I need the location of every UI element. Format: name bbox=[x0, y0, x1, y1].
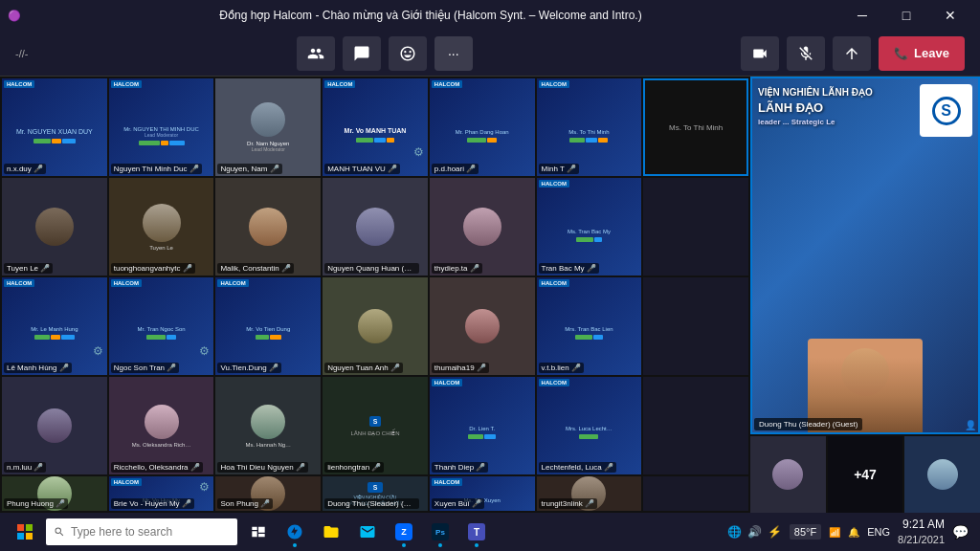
halcom-logo: HALCOM bbox=[111, 80, 142, 88]
participant-name-nguyenNam: Nguyen, Nam 🎤 bbox=[217, 164, 281, 174]
thumbnail-1[interactable] bbox=[750, 436, 826, 513]
video-cell-tuyenLe[interactable]: Tuyen Le 🎤 bbox=[2, 178, 107, 276]
toolbar-right: 📞 Leave bbox=[741, 36, 965, 71]
thumbnail-plus-count[interactable]: +47 bbox=[828, 436, 903, 513]
date-display: 8/21/2021 bbox=[898, 533, 945, 547]
video-cell-thydiep[interactable]: thydiep.ta 🎤 bbox=[430, 178, 535, 276]
camera-button[interactable] bbox=[741, 36, 779, 71]
svg-rect-2 bbox=[17, 533, 24, 540]
video-cell-malik[interactable]: Malik, Constantin 🎤 bbox=[215, 178, 321, 276]
video-cell-brieVo[interactable]: HALCOM Mr. Vo Huy My ⚙ Brie Vo - Huyen M… bbox=[109, 476, 214, 511]
participant-name-phungHuong: Phung Huong 🎤 bbox=[4, 498, 68, 509]
video-cell-tuong[interactable]: Tuyen Le tuonghoangvanhytc 🎤 bbox=[109, 178, 214, 276]
video-cell-luca[interactable]: HALCOM Mrs. Luca Lecht… Lechtenfeld, Luc… bbox=[537, 377, 642, 474]
video-cell-placeholder3 bbox=[643, 277, 748, 375]
close-button[interactable]: ✕ bbox=[928, 0, 972, 31]
video-cell-xuyenBui[interactable]: HALCOM Ms. Thi Xuyen Xuyen Bui 🎤 bbox=[430, 476, 535, 511]
taskbar-apps: Z Ps T bbox=[241, 513, 494, 551]
taskview-button[interactable] bbox=[241, 513, 276, 551]
featured-name-label: Duong Thu (Sleader) (Guest) bbox=[754, 418, 862, 430]
participant-name-tuyenLe: Tuyen Le 🎤 bbox=[4, 263, 53, 274]
video-cell-hoaThiDieu[interactable]: Ms. Hannah Ng… Hoa Thi Dieu Nguyen 🎤 bbox=[215, 377, 321, 474]
halcom-logo: HALCOM bbox=[539, 80, 569, 88]
teams-logo-small: 🟣 bbox=[8, 10, 21, 22]
language-indicator[interactable]: ENG bbox=[867, 526, 890, 538]
participant-name-ngocSon: Ngoc Son Tran 🎤 bbox=[111, 363, 180, 373]
video-cell-nguyenTuanAnh[interactable]: Nguyen Tuan Anh 🎤 bbox=[323, 277, 428, 375]
mail-button[interactable] bbox=[350, 513, 385, 551]
app-active-dot bbox=[402, 543, 406, 547]
video-cell-placeholder4 bbox=[643, 377, 748, 474]
video-cell-sonPhung[interactable]: Son Phung 🎤 bbox=[215, 476, 321, 511]
start-button[interactable] bbox=[4, 513, 46, 551]
mute-button[interactable] bbox=[787, 36, 825, 71]
participant-name-brieVo: Brie Vo - Huyen My 🎤 bbox=[111, 498, 194, 509]
video-cell-ricchello[interactable]: Ms. Oleksandra Rich… Ricchello, Oleksand… bbox=[109, 377, 214, 474]
app-active-dot bbox=[438, 543, 442, 547]
video-cell-minhT[interactable]: HALCOM Ms. To Thi Minh Minh T 🎤 bbox=[537, 78, 642, 176]
notification-icon[interactable]: 💬 bbox=[952, 524, 969, 540]
zalo-button[interactable]: Z bbox=[387, 513, 421, 551]
participant-name-luca: Lechtenfeld, Luca 🎤 bbox=[539, 462, 616, 473]
video-cell-lienhong[interactable]: S LÃNH ĐẠO CHIẾN lienhongtran 🎤 bbox=[323, 377, 428, 474]
halcom-logo: HALCOM bbox=[432, 478, 462, 486]
video-cell-pdhoari[interactable]: HALCOM Mr. Phan Dang Hoan p.d.hoari 🎤 bbox=[430, 78, 535, 176]
more-options-button[interactable]: ··· bbox=[434, 36, 473, 71]
main-content: HALCOM Mr. NGUYEN XUAN DUY n.x.duy 🎤 HAL… bbox=[0, 77, 980, 513]
battery-icon[interactable]: ⚡ bbox=[768, 525, 782, 539]
taskbar-right: 🌐 🔊 ⚡ 85°F 📶 🔔 ENG 9:21 AM 8/21/2021 💬 bbox=[727, 517, 976, 547]
video-cell-nmluu[interactable]: n.m.luu 🎤 bbox=[2, 377, 107, 474]
explorer-button[interactable] bbox=[314, 513, 348, 551]
halcom-logo: HALCOM bbox=[4, 80, 34, 88]
mail-icon bbox=[359, 523, 376, 540]
video-cell-nguyenNam[interactable]: Dr. Nam Nguyen Lead Moderator Nguyen, Na… bbox=[215, 78, 321, 176]
zalo-icon: Z bbox=[395, 523, 412, 540]
video-cell-empty1: Ms. To Thi Minh bbox=[643, 78, 748, 176]
reactions-button[interactable] bbox=[389, 36, 427, 71]
volume-icon[interactable]: 🔊 bbox=[747, 525, 762, 539]
participant-name-duongThu2: Duong Thu (Sleader) (Gu… 🎤 bbox=[324, 498, 419, 509]
video-cell-vtblien[interactable]: HALCOM Mrs. Tran Bac Lien v.t.b.lien 🎤 bbox=[537, 277, 642, 375]
participant-name-manhTuanVu: MANH TUAN VU 🎤 bbox=[324, 164, 400, 174]
thumbnail-3[interactable] bbox=[904, 436, 980, 513]
video-cell-nxduy[interactable]: HALCOM Mr. NGUYEN XUAN DUY n.x.duy 🎤 bbox=[2, 78, 107, 176]
teams-button[interactable]: T bbox=[459, 513, 494, 551]
participant-name-thanhDiep: Thanh Diep 🎤 bbox=[432, 462, 489, 473]
network-icon[interactable]: 🌐 bbox=[727, 525, 742, 539]
chat-button[interactable] bbox=[343, 36, 381, 71]
halcom-logo: HALCOM bbox=[111, 279, 142, 287]
time-display: 9:21 AM bbox=[898, 517, 945, 533]
video-cell-nguyenHuan[interactable]: Nguyen Quang Huan (… 🎤 bbox=[323, 178, 428, 276]
teams-icon: T bbox=[468, 523, 485, 540]
search-input[interactable] bbox=[71, 525, 224, 539]
video-cell-phungHuong[interactable]: Phung Huong 🎤 bbox=[2, 476, 107, 511]
halcom-logo: HALCOM bbox=[432, 379, 462, 386]
video-cell-leManhHung[interactable]: HALCOM Mr. Le Manh Hung ⚙ Lê Manh Hùng 🎤 bbox=[2, 277, 107, 375]
featured-video[interactable]: S VIỆN NGHIÊN LÃNH ĐẠO LÃNH ĐẠO leader .… bbox=[750, 77, 980, 434]
video-cell-manhTuanVu[interactable]: HALCOM Mr. Vo MANH TUAN ⚙ MANH TUAN VU 🎤 bbox=[323, 78, 428, 176]
video-cell-ngocSon[interactable]: HALCOM Mr. Tran Ngoc Son ⚙ Ngoc Son Tran… bbox=[109, 277, 214, 375]
maximize-button[interactable]: □ bbox=[884, 0, 928, 31]
video-cell-vuTienDung[interactable]: HALCOM Mr. Vo Tien Dung Vu.Tien.Dung 🎤 bbox=[215, 277, 321, 375]
clock[interactable]: 9:21 AM 8/21/2021 bbox=[898, 517, 945, 547]
edge-button[interactable] bbox=[278, 513, 312, 551]
participants-button[interactable] bbox=[297, 36, 335, 71]
video-cell-thumaiha[interactable]: thumaiha19 🎤 bbox=[430, 277, 535, 375]
video-cell-placeholder2 bbox=[643, 178, 748, 276]
participant-name-xuyenBui: Xuyen Bui 🎤 bbox=[432, 498, 484, 509]
photoshop-button[interactable]: Ps bbox=[423, 513, 457, 551]
video-cell-thanhDiep[interactable]: HALCOM Dr. Lien T. Thanh Diep 🎤 bbox=[430, 377, 535, 474]
app-active-dot bbox=[293, 543, 297, 547]
share-button[interactable] bbox=[833, 36, 871, 71]
participant-name-nguyenHuan: Nguyen Quang Huan (… 🎤 bbox=[324, 263, 419, 274]
participant-name-vtblien: v.t.b.lien 🎤 bbox=[539, 363, 584, 373]
leave-button[interactable]: 📞 Leave bbox=[879, 36, 965, 71]
video-cell-minhDuc[interactable]: HALCOM Mr. NGUYEN THI MINH DUC Lead Mode… bbox=[109, 78, 214, 176]
video-cell-trungit[interactable]: trungit3nlink 🎤 bbox=[537, 476, 642, 511]
minimize-button[interactable]: ─ bbox=[840, 0, 884, 31]
halcom-logo: HALCOM bbox=[111, 478, 142, 486]
video-cell-duongThu2[interactable]: S VIỆN NGHIÊN CỨU LÃNH ĐẠO CHIẾN LƯỢC Du… bbox=[323, 476, 428, 511]
search-bar[interactable] bbox=[46, 518, 237, 545]
video-cell-tranBacMy[interactable]: HALCOM Ms. Tran Bac My Tran Bac My 🎤 bbox=[537, 178, 642, 276]
halcom-logo: HALCOM bbox=[432, 80, 462, 88]
